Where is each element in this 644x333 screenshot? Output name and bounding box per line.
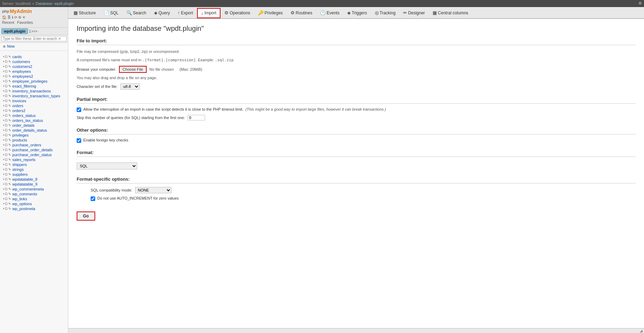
table-item[interactable]: +🗋✎strings	[0, 167, 68, 172]
table-item-icons: +🗋✎	[3, 129, 11, 132]
tab-sql[interactable]: 📄SQL	[100, 8, 122, 17]
refresh-icon[interactable]: ⟳	[14, 15, 17, 19]
tab-operations[interactable]: ⚙Operations	[220, 8, 254, 17]
tab-central-columns[interactable]: ▦Central columns	[429, 8, 472, 17]
tab-triggers[interactable]: ◈Triggers	[343, 8, 371, 17]
table-item[interactable]: +🗋✎order_details_status	[0, 128, 68, 133]
table-icon: 🗋	[5, 99, 8, 103]
table-item[interactable]: +🗋✎purchase_orders	[0, 143, 68, 147]
table-item[interactable]: +🗋✎orders_status	[0, 113, 68, 118]
tab-privileges[interactable]: 🔑Privileges	[254, 8, 287, 17]
expand-icon: +	[3, 65, 5, 68]
db-item[interactable]: wpdt.plugin	[1, 28, 28, 34]
table-item-icons: +🗋✎	[3, 114, 11, 117]
nav-forward[interactable]: >>>	[31, 29, 37, 33]
table-item[interactable]: +🗋✎cards	[0, 54, 68, 59]
sql-compat-select[interactable]: NONE ANSI DB2 MAXDB MYSQL323 MYSQL40 MSS…	[135, 187, 172, 193]
tab-search[interactable]: 🔍Search	[122, 8, 150, 17]
database-label[interactable]: Database: wpdt.plugin	[36, 1, 74, 6]
table-item-name: purchase_order_status	[12, 153, 52, 157]
tab-import[interactable]: ↓Import	[197, 8, 221, 18]
recent-link[interactable]: Recent	[2, 20, 14, 25]
table-item[interactable]: +🗋✎privileges	[0, 133, 68, 138]
table-item-icons: +🗋✎	[3, 163, 11, 166]
table-item[interactable]: +🗋✎customers	[0, 59, 68, 64]
table-item[interactable]: +🗋✎employee_privileges	[0, 79, 68, 84]
edit-icon: ✎	[8, 173, 11, 176]
settings-icon[interactable]: ⚙	[18, 15, 21, 19]
tab-label-tracking: Tracking	[380, 11, 396, 15]
table-icon: 🗋	[5, 173, 8, 176]
tab-icon-triggers: ◈	[347, 10, 351, 15]
allow-interrupt-checkbox[interactable]	[77, 107, 81, 112]
table-item[interactable]: +🗋✎suppliers	[0, 172, 68, 177]
table-icon: 🗋	[5, 182, 8, 186]
table-item-icons: +🗋✎	[3, 178, 11, 181]
table-item[interactable]: +🗋✎order_details	[0, 123, 68, 128]
skip-input[interactable]: 0	[188, 115, 205, 120]
table-item[interactable]: +🗋✎orders_tax_status	[0, 118, 68, 123]
table-item-icons: +🗋✎	[3, 70, 11, 73]
no-file-text: No file chosen	[149, 67, 174, 71]
partial-import-title: Partial import:	[77, 97, 636, 104]
table-item-icons: +🗋✎	[3, 75, 11, 78]
home-icon[interactable]: 🏠	[2, 15, 6, 19]
table-item[interactable]: +🗋✎orders	[0, 103, 68, 108]
table-item[interactable]: +🗋✎employees	[0, 69, 68, 74]
new-table-item[interactable]: ⊕ New	[0, 43, 68, 49]
new-icon: ⊕	[3, 44, 6, 48]
go-button[interactable]: Go	[77, 211, 95, 221]
table-item[interactable]: +🗋✎orders2	[0, 108, 68, 113]
resize-handle[interactable]: ◢	[640, 329, 643, 333]
table-item-icons: +🗋✎	[3, 153, 11, 157]
tab-export[interactable]: ↑Export	[174, 8, 197, 17]
table-item-name: customers2	[12, 64, 32, 69]
table-icon: 🗋	[5, 197, 8, 201]
tab-icon-search: 🔍	[126, 10, 132, 15]
gear-icon[interactable]: ⚙	[638, 1, 642, 6]
exit-icon[interactable]: ✕	[22, 15, 25, 19]
tab-query[interactable]: ◈Query	[150, 8, 174, 17]
table-icon: 🗋	[5, 75, 8, 78]
table-item[interactable]: +🗋✎wpdatatable_9	[0, 182, 68, 187]
table-item[interactable]: +🗋✎purchase_order_details	[0, 147, 68, 152]
edit-icon: ✎	[8, 94, 11, 98]
tab-tracking[interactable]: ◎Tracking	[371, 8, 400, 17]
auto-increment-checkbox[interactable]	[91, 196, 95, 201]
edit-icon: ✎	[8, 178, 11, 181]
table-item[interactable]: +🗋✎shippers	[0, 162, 68, 167]
db-icon[interactable]: 🗄	[7, 15, 11, 19]
table-item-name: strings	[12, 167, 23, 172]
table-item[interactable]: +🗋✎wp_postmeta	[0, 206, 68, 211]
format-select[interactable]: SQL CSV CSV using LOAD DATA MediaWiki Ta…	[77, 162, 137, 169]
sidebar-controls: wpdt.plugin 1 >>>	[0, 28, 68, 35]
table-item[interactable]: +🗋✎wp_options	[0, 201, 68, 206]
table-item[interactable]: +🗋✎inventory_transactions	[0, 89, 68, 93]
table-item[interactable]: +🗋✎invoices	[0, 98, 68, 103]
choose-file-button[interactable]: Choose File	[119, 66, 147, 73]
table-item[interactable]: +🗋✎wp_comments	[0, 192, 68, 196]
charset-select[interactable]: utf-8 latin1 utf16	[120, 83, 140, 90]
table-item[interactable]: +🗋✎wp_commentmeta	[0, 187, 68, 192]
table-item[interactable]: +🗋✎sales_reports	[0, 157, 68, 162]
tab-routines[interactable]: ⚙Routines	[287, 8, 316, 17]
expand-icon: +	[3, 99, 5, 103]
filter-input[interactable]	[1, 36, 66, 41]
table-item[interactable]: +🗋✎exact_filtering	[0, 84, 68, 89]
table-item[interactable]: +🗋✎employees2	[0, 74, 68, 79]
table-item[interactable]: +🗋✎customers2	[0, 64, 68, 69]
table-item-icons: +🗋✎	[3, 182, 11, 186]
favorites-link[interactable]: Favorites	[17, 20, 33, 25]
table-item[interactable]: +🗋✎wpdatatable_8	[0, 177, 68, 182]
tab-structure[interactable]: ▦Structure	[70, 8, 100, 17]
table-item[interactable]: +🗋✎inventory_transaction_types	[0, 93, 68, 98]
table-item[interactable]: +🗋✎products	[0, 138, 68, 143]
table-item[interactable]: +🗋✎purchase_order_status	[0, 152, 68, 157]
tab-designer[interactable]: ✏Designer	[399, 8, 429, 17]
allow-interrupt-label: Allow the interruption of an import in c…	[83, 107, 243, 111]
foreign-key-checkbox[interactable]	[77, 138, 81, 143]
table-item[interactable]: +🗋✎wp_links	[0, 196, 68, 201]
content-area: ▦Structure📄SQL🔍Search◈Query↑Export↓Impor…	[68, 7, 644, 333]
tab-events[interactable]: 🕐Events	[316, 8, 343, 17]
info-icon[interactable]: ℹ	[12, 15, 13, 19]
